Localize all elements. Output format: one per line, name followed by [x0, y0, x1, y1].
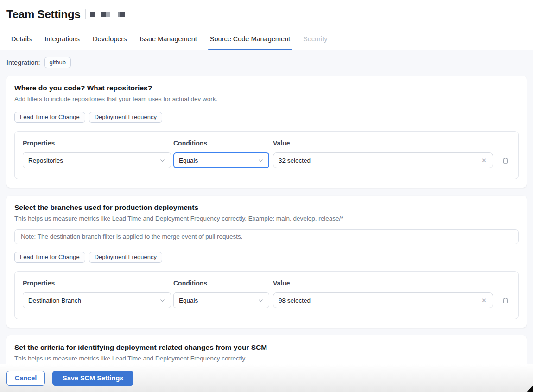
metric-badge-lead-time: Lead Time for Change	[14, 252, 85, 263]
clear-selection-icon[interactable]: ✕	[481, 297, 488, 304]
tab-source-code-management[interactable]: Source Code Management	[209, 28, 291, 50]
property-select[interactable]: Destination Branch	[23, 292, 171, 308]
redacted-block	[106, 12, 110, 17]
condition-select-value: Equals	[179, 297, 258, 304]
delete-filter-button[interactable]	[500, 155, 510, 165]
clear-selection-icon[interactable]: ✕	[481, 157, 488, 164]
chevron-down-icon	[258, 297, 264, 303]
tab-details[interactable]: Details	[10, 28, 32, 50]
settings-tabbar: Details Integrations Developers Issue Ma…	[0, 28, 533, 50]
value-selected-count: 98 selected	[279, 297, 481, 304]
chevron-down-icon	[258, 158, 264, 164]
value-label: Value	[273, 139, 493, 147]
title-separator	[85, 9, 86, 19]
tab-developers[interactable]: Developers	[92, 28, 127, 50]
page-header: Team Settings	[0, 0, 533, 28]
save-scm-settings-button[interactable]: Save SCM Settings	[52, 371, 133, 386]
redacted-block	[101, 12, 106, 17]
metric-badges: Lead Time for Change Deployment Frequenc…	[14, 252, 519, 263]
delete-filter-button[interactable]	[500, 295, 510, 305]
trash-icon	[502, 297, 509, 304]
card-description: Add filters to include repositories that…	[14, 95, 519, 102]
tab-issue-management[interactable]: Issue Management	[139, 28, 197, 50]
branches-card: Select the branches used for production …	[6, 196, 527, 328]
condition-select[interactable]: Equals	[173, 292, 269, 308]
chevron-down-icon	[159, 297, 165, 303]
page-title: Team Settings	[6, 8, 81, 21]
card-title: Where do you code? What repositories?	[14, 84, 519, 92]
redacted-block	[120, 12, 125, 17]
cancel-button[interactable]: Cancel	[6, 371, 45, 386]
properties-label: Properties	[23, 139, 171, 147]
condition-select-value: Equals	[179, 157, 258, 164]
card-description: This helps us measure metrics like Lead …	[14, 215, 519, 222]
property-select-value: Repositories	[28, 157, 159, 164]
repository-filter-row: Properties Repositories Conditions Equal…	[14, 131, 519, 179]
value-multiselect[interactable]: 98 selected ✕	[273, 292, 493, 308]
condition-select[interactable]: Equals	[173, 152, 269, 168]
branch-filter-row: Properties Destination Branch Conditions…	[14, 271, 519, 319]
metric-badge-deployment-frequency: Deployment Frequency	[89, 112, 162, 123]
metric-badges: Lead Time for Change Deployment Frequenc…	[14, 112, 519, 123]
value-selected-count: 32 selected	[279, 157, 481, 164]
trash-icon	[502, 157, 509, 164]
property-select[interactable]: Repositories	[23, 152, 171, 168]
conditions-label: Conditions	[173, 279, 269, 287]
cursor-artifact	[527, 385, 533, 392]
note-box: Note: The destination branch filter is a…	[14, 229, 519, 244]
tab-integrations[interactable]: Integrations	[44, 28, 81, 50]
redacted-block	[90, 12, 95, 17]
footer-action-bar: Cancel Save SCM Settings	[0, 364, 533, 392]
integration-row: Integration: github	[0, 50, 533, 76]
redacted-text	[90, 12, 125, 17]
metric-badge-deployment-frequency: Deployment Frequency	[89, 252, 162, 263]
chevron-down-icon	[159, 158, 165, 164]
metric-badge-lead-time: Lead Time for Change	[14, 112, 85, 123]
conditions-label: Conditions	[173, 139, 269, 147]
card-title: Set the criteria for identifying deploym…	[14, 343, 519, 352]
integration-badge: github	[44, 57, 71, 68]
card-title: Select the branches used for production …	[14, 203, 519, 212]
card-description: This helps us measure metrics like Lead …	[14, 355, 519, 362]
property-select-value: Destination Branch	[28, 297, 159, 304]
value-label: Value	[273, 279, 493, 287]
properties-label: Properties	[23, 279, 171, 287]
value-multiselect[interactable]: 32 selected ✕	[273, 152, 493, 168]
tab-security: Security	[302, 28, 328, 50]
repositories-card: Where do you code? What repositories? Ad…	[6, 76, 527, 188]
integration-label: Integration:	[6, 59, 40, 66]
